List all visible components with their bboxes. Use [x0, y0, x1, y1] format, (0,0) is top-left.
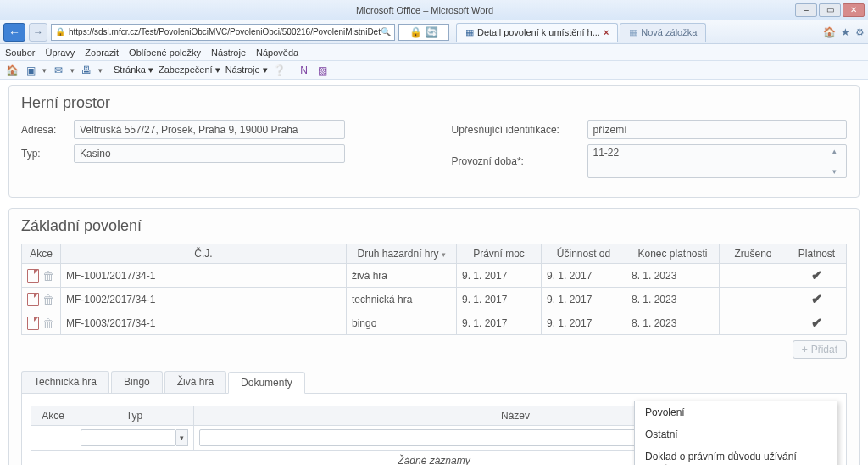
cell-druh: technická hra	[347, 288, 457, 311]
page-icon: ▦	[465, 27, 474, 38]
menu-upravy[interactable]: Úpravy	[45, 48, 75, 58]
col-akce: Akce	[22, 244, 61, 264]
sort-icon: ▾	[442, 250, 446, 259]
tab-close-icon[interactable]: ×	[604, 27, 609, 37]
tab-content-dokumenty: Akce Typ Název ▾ Žádné záznamy PovoleníO…	[21, 394, 847, 465]
cell-ucinnost: 9. 1. 2017	[542, 288, 626, 311]
tools-gear-icon[interactable]: ⚙	[855, 26, 865, 38]
cell-pravni: 9. 1. 2017	[457, 288, 542, 311]
search-box[interactable]: 🔒 🔄	[398, 24, 449, 41]
cell-druh: bingo	[347, 311, 457, 335]
cell-zruseno	[720, 311, 787, 335]
browser-tab-new[interactable]: ▦ Nová záložka	[620, 23, 706, 42]
panel-herni-prostor: Herní prostor Adresa: Veltruská 557/27, …	[8, 85, 860, 198]
menu-zobrazit[interactable]: Zobrazit	[85, 48, 119, 58]
cell-platnost-check-icon: ✔	[787, 288, 847, 311]
minimize-button[interactable]: –	[795, 3, 817, 17]
menu-soubor[interactable]: Soubor	[5, 48, 35, 58]
panel-title: Základní povolení	[21, 217, 847, 235]
panel-title: Herní prostor	[21, 94, 847, 112]
mail-icon[interactable]: ✉	[52, 64, 65, 77]
filter-typ-input[interactable]	[81, 429, 176, 446]
filter-typ-dropdown-icon[interactable]: ▾	[176, 429, 188, 446]
textarea-scroll-arrows[interactable]: ▴▾	[832, 147, 844, 176]
col-zruseno[interactable]: Zrušeno	[720, 244, 787, 264]
home-icon[interactable]: 🏠	[823, 26, 836, 38]
field-ident[interactable]: přízemí	[587, 120, 847, 139]
menu-nastroje[interactable]: Nástroje	[211, 48, 246, 58]
feed-icon[interactable]: ▣	[24, 64, 37, 77]
col-platnost[interactable]: Platnost	[787, 244, 847, 264]
tab-bingo[interactable]: Bingo	[111, 371, 163, 393]
toolbar-nastroje[interactable]: Nástroje ▾	[225, 64, 268, 76]
cell-platnost-check-icon: ✔	[787, 311, 847, 335]
label-typ: Typ:	[21, 148, 74, 160]
maximize-button[interactable]: ▭	[819, 3, 841, 17]
browser-menubar: Soubor Úpravy Zobrazit Oblíbené položky …	[0, 44, 868, 61]
window-buttons: – ▭ ✕	[795, 3, 865, 17]
toolbar-zabezpeceni[interactable]: Zabezpečení ▾	[159, 64, 220, 76]
context-menu-item[interactable]: Doklad o právním důvodu užívání prostor	[635, 445, 837, 465]
cell-platnost-check-icon: ✔	[787, 264, 847, 288]
menu-napoveda[interactable]: Nápověda	[256, 48, 298, 58]
cell-pravni: 9. 1. 2017	[457, 264, 542, 288]
context-menu-item[interactable]: Ostatní	[635, 423, 837, 445]
table-row: 🗑MF-1003/2017/34-1bingo9. 1. 20179. 1. 2…	[22, 311, 847, 335]
cell-cj: MF-1003/2017/34-1	[61, 311, 347, 335]
close-window-button[interactable]: ✕	[843, 3, 865, 17]
delete-icon[interactable]: 🗑	[42, 293, 54, 306]
print-icon[interactable]: 🖶	[80, 64, 93, 77]
cell-cj: MF-1002/2017/34-1	[61, 288, 347, 311]
col-druh[interactable]: Druh hazardní hry▾	[347, 244, 457, 264]
cell-ucinnost: 9. 1. 2017	[542, 264, 626, 288]
forward-button[interactable]: →	[29, 23, 47, 42]
cell-zruseno	[720, 264, 787, 288]
col-typ[interactable]: Typ	[75, 406, 194, 426]
cell-konec: 8. 1. 2023	[626, 311, 720, 335]
window-title: Microsoft Office – Microsoft Word	[54, 5, 795, 15]
cell-cj: MF-1001/2017/34-1	[61, 264, 347, 288]
context-menu-typ-dokumentu: PovoleníOstatníDoklad o právním důvodu u…	[634, 401, 837, 465]
table-row: 🗑MF-1002/2017/34-1technická hra9. 1. 201…	[22, 288, 847, 311]
delete-icon[interactable]: 🗑	[42, 269, 54, 283]
pdf-icon[interactable]	[27, 269, 39, 283]
browser-toolbar: 🏠 ▣ ▾ ✉ ▾ 🖶 ▾ Stránka ▾ Zabezpečení ▾ Ná…	[0, 61, 868, 80]
delete-icon[interactable]: 🗑	[42, 317, 54, 330]
pdf-icon[interactable]	[27, 317, 39, 330]
favorites-icon[interactable]: ★	[841, 26, 850, 38]
label-ident: Upřesňující identifikace:	[452, 124, 587, 136]
col-ucinnost[interactable]: Účinnost od	[542, 244, 626, 264]
onenote-link-icon[interactable]: ▧	[316, 64, 330, 77]
lock-icon: 🔒	[55, 27, 65, 36]
col-cj[interactable]: Č.J.	[61, 244, 347, 264]
window-titlebar: Microsoft Office – Microsoft Word – ▭ ✕	[0, 0, 868, 20]
field-typ: Kasino	[74, 144, 345, 163]
context-menu-item[interactable]: Povolení	[635, 401, 837, 423]
col-konec[interactable]: Konec platnosti	[626, 244, 720, 264]
browser-tab-active[interactable]: ▦ Detail povolení k umístění h... ×	[456, 23, 618, 42]
cell-konec: 8. 1. 2023	[626, 264, 720, 288]
cell-ucinnost: 9. 1. 2017	[542, 311, 626, 335]
back-button[interactable]: ←	[3, 23, 25, 42]
col-akce: Akce	[31, 406, 75, 426]
browser-tabs: ▦ Detail povolení k umístění h... × ▦ No…	[456, 23, 708, 42]
plus-icon: +	[802, 344, 808, 356]
browser-navbar: ← → 🔒 https://sdsl.mfcr.cz/Test/Povoleni…	[0, 20, 868, 44]
pdf-icon[interactable]	[27, 293, 39, 306]
home-icon[interactable]: 🏠	[5, 64, 19, 77]
cell-pravni: 9. 1. 2017	[457, 311, 542, 335]
page-icon: ▦	[629, 27, 637, 38]
toolbar-stranka[interactable]: Stránka ▾	[114, 64, 153, 76]
onenote-icon[interactable]: N	[298, 64, 311, 77]
menu-oblibene[interactable]: Oblíbené položky	[129, 48, 201, 58]
tab-živá-hra[interactable]: Živá hra	[164, 371, 226, 393]
search-magnifier-icon: 🔍	[381, 27, 391, 36]
tab-technická-hra[interactable]: Technická hra	[21, 371, 109, 393]
help-icon[interactable]: ❔	[273, 64, 287, 77]
tab-dokumenty[interactable]: Dokumenty	[228, 372, 305, 394]
field-doba[interactable]: 11-22 ▴▾	[587, 144, 847, 178]
address-url: https://sdsl.mfcr.cz/Test/PovoleniObciMV…	[69, 27, 381, 36]
address-bar[interactable]: 🔒 https://sdsl.mfcr.cz/Test/PovoleniObci…	[51, 24, 395, 41]
button-pridat-povoleni[interactable]: + Přidat	[793, 340, 847, 359]
col-pravni[interactable]: Právní moc	[457, 244, 542, 264]
